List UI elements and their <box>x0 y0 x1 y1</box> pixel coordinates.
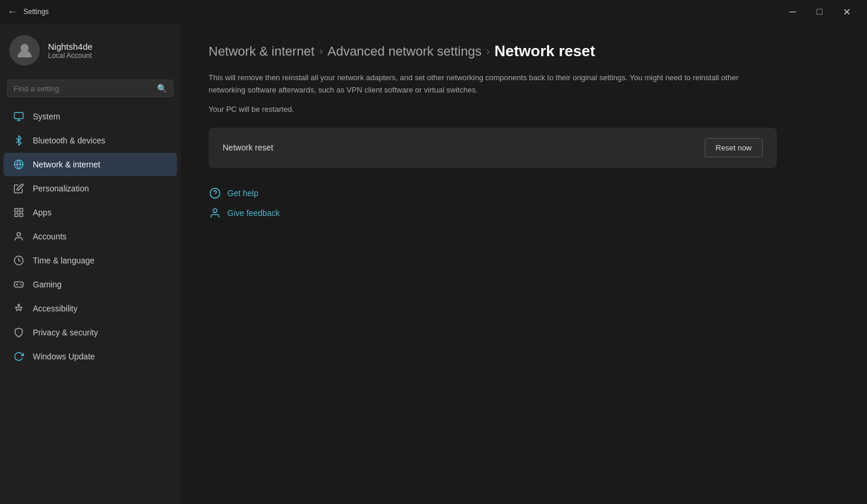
close-button[interactable]: ✕ <box>833 0 860 23</box>
sidebar-item-network[interactable]: Network & internet <box>4 153 177 176</box>
sidebar-item-gaming[interactable]: Gaming <box>4 273 177 296</box>
search-box[interactable]: 🔍 <box>7 80 173 97</box>
sidebar-item-personalization-label: Personalization <box>33 184 89 193</box>
svg-rect-1 <box>15 112 23 119</box>
user-type: Local Account <box>48 52 93 60</box>
svg-point-7 <box>17 232 21 236</box>
sidebar-item-system-label: System <box>33 112 60 121</box>
minimize-button[interactable]: ─ <box>779 0 806 23</box>
page-description: This will remove then reinstall all your… <box>209 72 771 97</box>
warning-text: Your PC will be restarted. <box>209 105 839 114</box>
bluetooth-icon <box>13 135 25 146</box>
sidebar: Nightsh4de Local Account 🔍 System <box>0 23 180 504</box>
network-reset-card: Network reset Reset now <box>209 128 777 168</box>
search-input[interactable] <box>13 84 152 93</box>
personalization-icon <box>13 183 25 194</box>
get-help-icon <box>209 187 221 200</box>
sidebar-nav: System Bluetooth & devices Network & int… <box>0 104 180 369</box>
breadcrumb: Network & internet › Advanced network se… <box>209 42 839 60</box>
sidebar-item-update[interactable]: Windows Update <box>4 345 177 368</box>
update-icon <box>13 351 25 362</box>
breadcrumb-sep-2: › <box>486 45 490 57</box>
sidebar-item-privacy[interactable]: Privacy & security <box>4 321 177 344</box>
titlebar: ← Settings ─ □ ✕ <box>0 0 867 23</box>
system-icon <box>13 111 25 122</box>
sidebar-item-time[interactable]: Time & language <box>4 249 177 272</box>
search-container: 🔍 <box>0 77 180 104</box>
settings-window: ← Settings ─ □ ✕ Nightsh4de Local Accoun… <box>0 0 867 504</box>
user-name: Nightsh4de <box>48 42 93 52</box>
breadcrumb-advanced[interactable]: Advanced network settings <box>327 44 482 59</box>
breadcrumb-sep-1: › <box>319 45 323 57</box>
content-area: Nightsh4de Local Account 🔍 System <box>0 23 867 504</box>
sidebar-item-personalization[interactable]: Personalization <box>4 177 177 200</box>
sidebar-item-apps[interactable]: Apps <box>4 201 177 224</box>
sidebar-item-network-label: Network & internet <box>33 160 100 169</box>
window-controls: ─ □ ✕ <box>779 0 860 23</box>
give-feedback-icon <box>209 207 221 220</box>
sidebar-item-accessibility-label: Accessibility <box>33 304 77 313</box>
accounts-icon <box>13 231 25 242</box>
network-icon <box>13 159 25 170</box>
svg-rect-3 <box>15 208 18 211</box>
sidebar-item-update-label: Windows Update <box>33 352 95 361</box>
give-feedback-link[interactable]: Give feedback <box>209 207 839 220</box>
sidebar-item-bluetooth[interactable]: Bluetooth & devices <box>4 129 177 152</box>
svg-point-13 <box>213 208 217 212</box>
svg-rect-4 <box>20 208 23 211</box>
avatar <box>9 35 40 66</box>
user-info: Nightsh4de Local Account <box>48 42 93 60</box>
accessibility-icon <box>13 303 25 314</box>
card-label: Network reset <box>223 143 273 152</box>
sidebar-item-accounts-label: Accounts <box>33 232 67 241</box>
sidebar-item-accessibility[interactable]: Accessibility <box>4 297 177 320</box>
reset-now-button[interactable]: Reset now <box>705 138 763 157</box>
gaming-icon <box>13 279 25 290</box>
back-button[interactable]: ← <box>7 6 18 18</box>
search-icon: 🔍 <box>157 84 167 93</box>
maximize-button[interactable]: □ <box>806 0 833 23</box>
svg-rect-6 <box>15 214 18 217</box>
user-profile[interactable]: Nightsh4de Local Account <box>0 23 180 77</box>
sidebar-item-accounts[interactable]: Accounts <box>4 225 177 248</box>
sidebar-item-apps-label: Apps <box>33 208 52 217</box>
sidebar-item-privacy-label: Privacy & security <box>33 328 98 337</box>
svg-rect-5 <box>20 214 23 217</box>
sidebar-item-gaming-label: Gaming <box>33 280 62 289</box>
page-title: Network reset <box>494 42 595 60</box>
sidebar-item-system[interactable]: System <box>4 105 177 128</box>
give-feedback-label: Give feedback <box>227 208 280 218</box>
sidebar-item-time-label: Time & language <box>33 256 94 265</box>
get-help-link[interactable]: Get help <box>209 187 839 200</box>
titlebar-title: Settings <box>23 8 49 16</box>
apps-icon <box>13 207 25 218</box>
time-icon <box>13 255 25 266</box>
svg-point-10 <box>18 304 20 306</box>
privacy-icon <box>13 327 25 338</box>
breadcrumb-network[interactable]: Network & internet <box>209 44 315 59</box>
get-help-label: Get help <box>227 188 258 198</box>
sidebar-item-bluetooth-label: Bluetooth & devices <box>33 136 105 145</box>
links-section: Get help Give feedback <box>209 187 839 220</box>
main-content: Network & internet › Advanced network se… <box>180 23 867 504</box>
